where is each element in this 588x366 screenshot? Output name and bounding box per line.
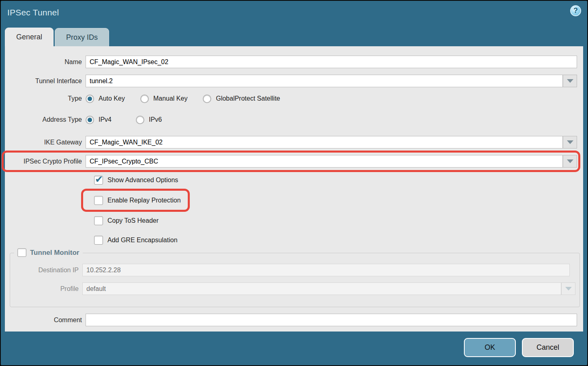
enable-replay-protection-checkbox[interactable]: [94, 196, 103, 205]
show-advanced-options-row[interactable]: Show Advanced Options: [94, 175, 178, 185]
ipsec-crypto-profile-input[interactable]: [86, 155, 563, 168]
radio-manual-key-label: Manual Key: [153, 95, 188, 102]
ike-gateway-label: IKE Gateway: [5, 139, 86, 146]
tab-bar: General Proxy IDs: [5, 27, 587, 46]
chevron-down-icon: [567, 159, 573, 163]
radio-auto-key[interactable]: [86, 95, 94, 103]
radio-ipv6[interactable]: [136, 116, 144, 124]
destination-ip-input: [82, 264, 570, 276]
copy-tos-header-label: Copy ToS Header: [107, 217, 159, 224]
chevron-down-icon: [567, 140, 573, 144]
type-option-globalprotect-satellite[interactable]: GlobalProtect Satellite: [203, 95, 280, 103]
radio-ipv6-label: IPv6: [149, 116, 162, 123]
tab-proxy-ids[interactable]: Proxy IDs: [55, 28, 109, 46]
tunnel-monitor-legend[interactable]: Tunnel Monitor: [14, 248, 83, 257]
dialog-footer: OK Cancel: [1, 330, 587, 365]
tunnel-monitor-fieldset: Tunnel Monitor Destination IP Profile: [10, 253, 580, 307]
enable-replay-protection-label: Enable Replay Protection: [107, 197, 181, 204]
radio-globalprotect-satellite-label: GlobalProtect Satellite: [216, 95, 280, 102]
ok-button[interactable]: OK: [464, 338, 516, 357]
ike-gateway-dropdown-button[interactable]: [563, 136, 577, 149]
radio-manual-key[interactable]: [140, 95, 149, 103]
show-advanced-options-label: Show Advanced Options: [107, 177, 178, 184]
chevron-down-icon: [567, 79, 573, 83]
destination-ip-label: Destination IP: [10, 267, 82, 274]
ike-gateway-input[interactable]: [86, 136, 563, 149]
tunnel-interface-input[interactable]: [86, 75, 563, 87]
show-advanced-options-checkbox[interactable]: [94, 176, 103, 185]
tunnel-monitor-checkbox[interactable]: [17, 248, 26, 257]
type-row: Type Auto Key Manual Key GlobalProtect S…: [5, 94, 583, 103]
ipsec-tunnel-dialog: IPSec Tunnel ? General Proxy IDs Name Tu…: [0, 0, 588, 366]
copy-tos-header-checkbox[interactable]: [94, 216, 103, 225]
ipsec-crypto-profile-row: IPSec Crypto Profile: [5, 155, 583, 168]
type-label: Type: [5, 95, 86, 102]
address-type-row: Address Type IPv4 IPv6: [5, 115, 583, 125]
ike-gateway-row: IKE Gateway: [5, 136, 583, 149]
comment-row: Comment: [5, 314, 583, 326]
type-option-manual-key[interactable]: Manual Key: [140, 95, 188, 103]
copy-tos-header-row[interactable]: Copy ToS Header: [94, 216, 159, 225]
tab-general-label: General: [16, 33, 42, 41]
comment-label: Comment: [5, 316, 86, 324]
profile-label: Profile: [10, 285, 82, 293]
profile-input: [82, 282, 561, 295]
general-tab-panel: Name Tunnel Interface Type Auto Key Manu…: [5, 46, 583, 332]
name-row: Name: [5, 56, 583, 68]
radio-ipv4[interactable]: [86, 116, 94, 124]
add-gre-encapsulation-row[interactable]: Add GRE Encapsulation: [94, 235, 178, 245]
add-gre-encapsulation-label: Add GRE Encapsulation: [107, 237, 178, 244]
enable-replay-protection-row[interactable]: Enable Replay Protection: [94, 196, 181, 205]
address-type-option-ipv6[interactable]: IPv6: [136, 116, 162, 124]
tunnel-interface-label: Tunnel Interface: [5, 78, 86, 85]
cancel-button[interactable]: Cancel: [522, 338, 574, 357]
destination-ip-row: Destination IP: [10, 264, 579, 276]
radio-auto-key-label: Auto Key: [99, 95, 125, 102]
ipsec-crypto-profile-label: IPSec Crypto Profile: [5, 158, 86, 165]
dialog-titlebar: IPSec Tunnel ?: [1, 1, 587, 27]
tab-general[interactable]: General: [5, 28, 54, 46]
name-label: Name: [5, 58, 86, 66]
radio-globalprotect-satellite[interactable]: [203, 95, 211, 103]
tunnel-interface-row: Tunnel Interface: [5, 75, 583, 87]
tab-proxy-ids-label: Proxy IDs: [66, 33, 98, 42]
type-option-auto-key[interactable]: Auto Key: [86, 95, 125, 103]
profile-row: Profile: [10, 282, 579, 295]
radio-ipv4-label: IPv4: [99, 116, 112, 123]
profile-dropdown-button: [561, 282, 575, 295]
help-icon[interactable]: ?: [570, 5, 581, 16]
tunnel-monitor-label: Tunnel Monitor: [30, 249, 79, 257]
name-input[interactable]: [86, 56, 577, 68]
address-type-label: Address Type: [5, 116, 86, 123]
chevron-down-icon: [565, 287, 572, 291]
dialog-title: IPSec Tunnel: [7, 8, 581, 17]
tunnel-interface-dropdown-button[interactable]: [563, 75, 577, 87]
add-gre-encapsulation-checkbox[interactable]: [94, 236, 103, 245]
comment-input[interactable]: [86, 314, 577, 326]
ipsec-crypto-profile-dropdown-button[interactable]: [563, 155, 577, 168]
address-type-option-ipv4[interactable]: IPv4: [86, 116, 112, 124]
